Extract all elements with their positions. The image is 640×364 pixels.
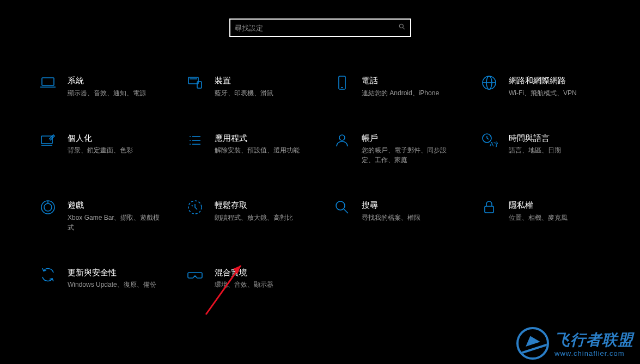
tile-title: 個人化 [68,133,133,144]
tile-desc: 環境、音效、顯示器 [215,280,273,289]
tile-title: 帳戶 [362,133,454,144]
settings-tile-globe[interactable]: 網路和網際網路Wi-Fi、飛航模式、VPN [480,74,627,98]
laptop-icon [39,74,57,91]
svg-point-0 [399,24,403,28]
svg-line-1 [403,28,404,29]
tile-desc: 連結您的 Android、iPhone [362,88,439,98]
tile-desc: 您的帳戶、電子郵件、同步設定、工作、家庭 [362,145,454,165]
settings-tile-devices[interactable]: 裝置藍牙、印表機、滑鼠 [186,74,333,98]
tile-desc: Xbox Game Bar、擷取、遊戲模式 [68,213,160,232]
privacy-icon [480,199,498,216]
tile-title: 裝置 [215,75,273,86]
search-input[interactable] [235,24,398,32]
timelang-icon: A字 [480,132,498,149]
settings-tile-personalize[interactable]: 個人化背景、鎖定畫面、色彩 [39,132,186,165]
settings-tile-timelang[interactable]: A字時間與語言語言、地區、日期 [480,132,627,165]
settings-tile-laptop[interactable]: 系統顯示器、音效、通知、電源 [39,74,186,98]
mr-icon [186,266,204,283]
watermark-logo-icon [516,327,549,360]
ease-icon [186,199,204,216]
update-icon [39,266,57,283]
tile-title: 系統 [68,75,146,86]
svg-point-26 [44,203,52,211]
svg-rect-31 [485,206,493,213]
tile-desc: Wi-Fi、飛航模式、VPN [509,88,577,98]
settings-tile-account[interactable]: 帳戶您的帳戶、電子郵件、同步設定、工作、家庭 [333,132,480,165]
tile-desc: 尋找我的檔案、權限 [362,213,420,223]
tile-title: 輕鬆存取 [215,200,293,211]
tile-desc: 解除安裝、預設值、選用功能 [215,145,300,155]
tile-title: 應用程式 [215,133,300,144]
apps-icon [186,132,204,149]
tile-title: 時間與語言 [509,133,561,144]
gaming-icon [39,199,57,216]
search-box[interactable] [229,18,411,37]
tile-title: 隱私權 [509,200,568,211]
phone-icon [333,74,351,91]
tile-title: 遊戲 [68,200,160,211]
tile-desc: 藍牙、印表機、滑鼠 [215,88,273,98]
svg-point-20 [339,135,345,140]
svg-rect-2 [42,78,54,85]
search-icon [398,23,406,33]
tile-desc: 顯示器、音效、通知、電源 [68,88,146,98]
settings-tile-search[interactable]: 搜尋尋找我的檔案、權限 [333,199,480,232]
tile-title: 混合實境 [215,267,273,278]
personalize-icon [39,132,57,149]
watermark-url: www.chinaflier.com [554,349,633,357]
tile-desc: 背景、鎖定畫面、色彩 [68,145,133,155]
svg-line-30 [344,209,348,213]
tile-desc: 語言、地區、日期 [509,145,561,155]
svg-line-23 [487,138,489,139]
tile-title: 網路和網際網路 [509,75,577,86]
tile-desc: 位置、相機、麥克風 [509,213,568,223]
settings-tile-ease[interactable]: 輕鬆存取朗讀程式、放大鏡、高對比 [186,199,333,232]
tile-title: 電話 [362,75,439,86]
settings-tile-apps[interactable]: 應用程式解除安裝、預設值、選用功能 [186,132,333,165]
account-icon [333,132,351,149]
tile-title: 更新與安全性 [68,267,156,278]
tile-title: 搜尋 [362,200,420,211]
tile-desc: 朗讀程式、放大鏡、高對比 [215,213,293,223]
globe-icon [480,74,498,91]
settings-tile-update[interactable]: 更新與安全性Windows Update、復原、備份 [39,266,186,290]
svg-point-29 [336,201,345,210]
tile-desc: Windows Update、復原、備份 [68,280,156,289]
watermark: 飞行者联盟 www.chinaflier.com [516,327,633,360]
search-icon [333,199,351,216]
svg-text:A字: A字 [490,141,498,147]
settings-tile-phone[interactable]: 電話連結您的 Android、iPhone [333,74,480,98]
devices-icon [186,74,204,91]
settings-tile-mr[interactable]: 混合實境環境、音效、顯示器 [186,266,333,290]
settings-tile-privacy[interactable]: 隱私權位置、相機、麥克風 [480,199,627,232]
settings-tile-gaming[interactable]: 遊戲Xbox Game Bar、擷取、遊戲模式 [39,199,186,232]
watermark-name: 飞行者联盟 [554,330,633,350]
